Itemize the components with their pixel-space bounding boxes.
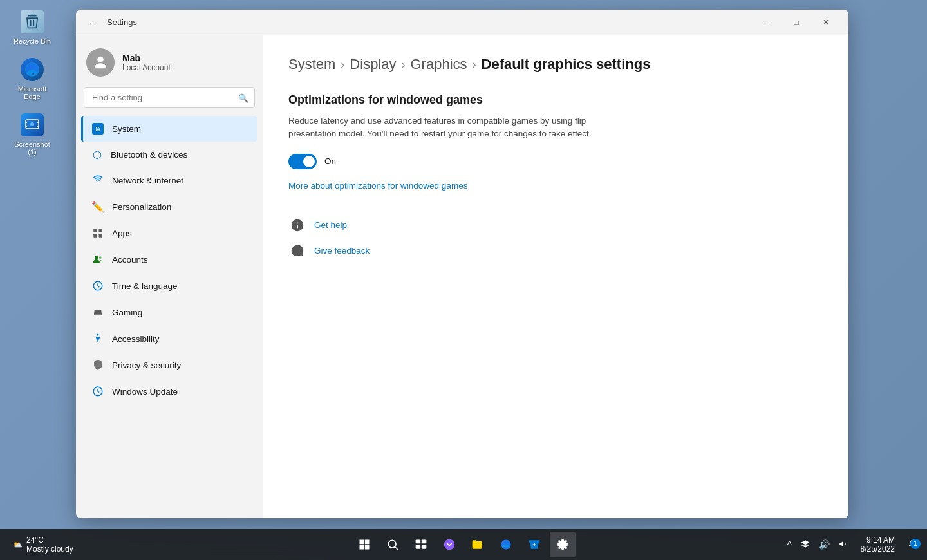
desktop-icon-recycle-bin[interactable]: Recycle Bin <box>6 6 58 48</box>
svg-point-10 <box>96 312 97 313</box>
sidebar-item-personalization[interactable]: ✏️ Personalization <box>81 194 258 219</box>
search-box: 🔍 <box>84 87 255 108</box>
sidebar-item-time[interactable]: Time & language <box>81 273 258 299</box>
weather-widget[interactable]: ⛅ 24°C Mostly cloudy <box>8 533 79 556</box>
svg-rect-4 <box>99 229 102 232</box>
taskbar-edge-button[interactable] <box>493 532 519 557</box>
settings-window: ← Settings — □ ✕ <box>76 10 848 518</box>
desktop-icon-screenshot[interactable]: Screenshot (1) <box>6 109 58 158</box>
section-title: Optimizations for windowed games <box>288 93 823 107</box>
breadcrumb-display[interactable]: Display <box>350 56 396 73</box>
user-info: Mab Local Account <box>122 53 171 72</box>
get-help-item[interactable]: Get help <box>288 216 823 234</box>
time-label: Time & language <box>112 281 178 291</box>
weather-icon: ⛅ <box>13 540 23 549</box>
close-icon: ✕ <box>823 18 829 27</box>
weather-condition: Mostly cloudy <box>26 545 73 554</box>
tray-speaker-icon[interactable]: 🔊 <box>816 537 832 552</box>
store-button[interactable] <box>521 532 547 557</box>
svg-point-2 <box>97 57 103 62</box>
tray-volume-icon[interactable] <box>836 537 850 553</box>
sidebar-item-apps[interactable]: Apps <box>81 220 258 246</box>
bluetooth-icon: ⬡ <box>91 149 103 160</box>
desktop-icons-area: Recycle Bin Microsoft Edge <box>6 6 58 158</box>
toggle-row: On <box>288 154 823 169</box>
notification-area[interactable]: 1 <box>905 537 919 553</box>
screenshot-icon <box>21 113 44 136</box>
sidebar-item-privacy[interactable]: Privacy & security <box>81 352 258 378</box>
maximize-icon: □ <box>794 18 798 27</box>
user-profile: Mab Local Account <box>76 41 263 87</box>
personalization-icon: ✏️ <box>91 200 104 213</box>
taskbar-settings-button[interactable] <box>550 532 576 557</box>
svg-rect-14 <box>416 540 421 544</box>
task-view-button[interactable] <box>408 532 434 557</box>
breadcrumb-current: Default graphics settings <box>482 56 651 73</box>
svg-point-7 <box>95 256 98 259</box>
recycle-bin-icon <box>21 10 44 33</box>
tray-chevron[interactable]: ^ <box>785 537 794 552</box>
update-icon <box>91 385 104 398</box>
accessibility-icon <box>91 332 104 345</box>
edge-label: Microsoft Edge <box>9 85 55 100</box>
get-help-link[interactable]: Get help <box>314 220 347 230</box>
network-icon <box>91 174 104 187</box>
get-help-icon <box>288 216 306 234</box>
desktop-icon-edge[interactable]: Microsoft Edge <box>6 54 58 103</box>
time-icon <box>91 279 104 292</box>
system-icon: 🖥 <box>91 122 104 135</box>
tray-icons: ^ 🔊 <box>785 537 850 553</box>
breadcrumb-system[interactable]: System <box>288 56 335 73</box>
window-title: Settings <box>107 17 137 27</box>
svg-point-18 <box>444 539 455 550</box>
optimization-toggle[interactable] <box>288 154 317 169</box>
back-arrow-icon: ← <box>88 17 97 28</box>
meet-button[interactable] <box>436 532 462 557</box>
maximize-button[interactable]: □ <box>782 10 811 35</box>
back-button[interactable]: ← <box>84 14 102 32</box>
close-button[interactable]: ✕ <box>811 10 841 35</box>
breadcrumb-graphics[interactable]: Graphics <box>411 56 467 73</box>
sidebar-item-network[interactable]: Network & internet <box>81 167 258 193</box>
svg-rect-3 <box>93 229 97 232</box>
start-button[interactable] <box>351 532 377 557</box>
edge-icon <box>21 58 44 81</box>
give-feedback-link[interactable]: Give feedback <box>314 246 370 256</box>
sidebar-item-accessibility[interactable]: Accessibility <box>81 326 258 351</box>
clock-widget[interactable]: 9:14 AM 8/25/2022 <box>856 533 900 556</box>
section-description: Reduce latency and use advanced features… <box>288 115 610 141</box>
taskbar-center <box>351 532 576 557</box>
sidebar-item-update[interactable]: Windows Update <box>81 378 258 404</box>
sidebar-item-accounts[interactable]: Accounts <box>81 247 258 272</box>
recycle-bin-label: Recycle Bin <box>14 37 51 45</box>
network-label: Network & internet <box>112 176 183 185</box>
sidebar-item-gaming[interactable]: Gaming <box>81 299 258 325</box>
search-input[interactable] <box>84 87 255 108</box>
bluetooth-label: Bluetooth & devices <box>111 150 187 160</box>
minimize-icon: — <box>763 18 771 27</box>
file-explorer-button[interactable] <box>465 532 491 557</box>
give-feedback-item[interactable]: Give feedback <box>288 242 823 260</box>
sidebar-item-bluetooth[interactable]: ⬡ Bluetooth & devices <box>81 142 258 167</box>
breadcrumb-sep-3: › <box>473 58 476 71</box>
weather-temp: 24°C <box>26 536 73 545</box>
accessibility-label: Accessibility <box>112 334 160 344</box>
sidebar: Mab Local Account 🔍 🖥 System ⬡ <box>76 35 263 518</box>
svg-point-8 <box>99 256 102 259</box>
tray-network-icon[interactable] <box>798 537 812 553</box>
taskbar-search-button[interactable] <box>380 532 406 557</box>
more-info-link[interactable]: More about optimizations for windowed ga… <box>288 181 467 191</box>
clock-time: 9:14 AM <box>861 536 895 545</box>
accounts-label: Accounts <box>112 255 148 265</box>
notification-badge: 1 <box>910 539 921 549</box>
desktop: Recycle Bin Microsoft Edge <box>0 0 927 560</box>
svg-point-1 <box>30 122 34 126</box>
apps-icon <box>91 227 104 239</box>
accounts-icon <box>91 253 104 266</box>
taskbar: ⛅ 24°C Mostly cloudy <box>0 529 927 560</box>
sidebar-item-system[interactable]: 🖥 System <box>81 116 258 142</box>
help-section: Get help Give feedback <box>288 216 823 260</box>
minimize-button[interactable]: — <box>752 10 782 35</box>
screenshot-label: Screenshot (1) <box>9 140 55 156</box>
title-bar: ← Settings — □ ✕ <box>76 10 848 35</box>
